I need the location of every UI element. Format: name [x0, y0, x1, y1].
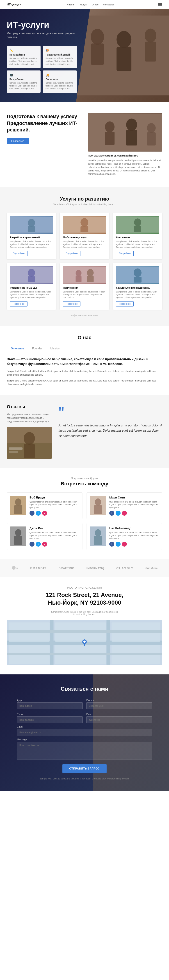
social-ig-2[interactable]: in: [122, 511, 127, 515]
svg-rect-66: [55, 645, 106, 653]
service-card-logistics[interactable]: 🚚 Логистика Sample text. Click to select…: [43, 70, 77, 93]
location-text: Sample text. Click to select the text bo…: [51, 611, 118, 616]
dev-card-6-image: [116, 266, 159, 284]
design-title: Графический дизайн: [46, 53, 74, 56]
svg-point-10: [126, 119, 137, 131]
team-card-4: Нат Рейнольдс Quis amet lorem erat biben…: [87, 523, 162, 550]
address-label: Адрес: [17, 699, 83, 702]
svg-rect-48: [14, 536, 22, 545]
dev-card-1-button[interactable]: Подробнее: [10, 251, 27, 256]
social-tw-3[interactable]: t: [36, 542, 41, 547]
dev-card-5-button[interactable]: Подробнее: [63, 301, 81, 307]
svg-point-44: [95, 498, 101, 506]
testimonials-left: Отзывы Мы предлагаем вам постоянные скид…: [7, 404, 52, 459]
nav-item-about[interactable]: О нас: [92, 3, 98, 6]
nav-item-services[interactable]: Услуги: [80, 3, 87, 6]
svg-rect-22: [134, 226, 141, 232]
about-button[interactable]: Подробнее: [7, 138, 28, 144]
service-card-design[interactable]: 🎨 Графический дизайн Sample text. Click …: [43, 46, 77, 68]
tab-founder[interactable]: Founder: [28, 345, 46, 352]
svg-rect-37: [24, 444, 35, 458]
dev-card-4: Расширение команды Sample text. Click to…: [7, 263, 56, 310]
svg-rect-64: [55, 622, 106, 630]
contact-section: Связаться с нами Адрес Имена Phone Date: [0, 675, 169, 791]
svg-rect-38: [9, 447, 22, 450]
logistics-text: Sample text. Click to select the text bo…: [46, 81, 74, 90]
social-fb-2[interactable]: f: [109, 511, 114, 515]
about-us-text2: Sample text. Click to select the text bo…: [7, 379, 162, 386]
about-us-section: О нас Описание Founder Mission Brave — э…: [0, 326, 169, 395]
svg-point-32: [134, 268, 142, 277]
contact-form: Адрес Имена Phone Date Email: [17, 699, 152, 773]
address-input[interactable]: [17, 702, 83, 709]
about-text: In mollis qua sed at semper risus is hen…: [88, 159, 162, 176]
service-card-dev[interactable]: 💻 Разработка Sample text. Click to selec…: [7, 70, 41, 93]
form-group-phone: Phone: [17, 713, 83, 723]
dev-card-3-text: Sample text. Click to select the text bo…: [116, 240, 159, 249]
svg-rect-4: [117, 47, 131, 71]
about-us-section-title: О нас: [7, 335, 162, 340]
svg-rect-67: [55, 655, 106, 664]
social-fb-3[interactable]: f: [30, 542, 35, 547]
phone-label: Phone: [17, 713, 83, 716]
date-input[interactable]: [86, 716, 152, 723]
svg-rect-16: [28, 226, 35, 232]
submit-button[interactable]: ОТПРАВИТЬ ЗАПРОС: [62, 764, 107, 773]
svg-rect-25: [28, 276, 35, 282]
service-card-copywriting[interactable]: ✏️ Копирайтинг Sample text. Click to sel…: [7, 46, 41, 68]
dev-card-1-text: Sample text. Click to select the text bo…: [10, 240, 53, 249]
hamburger-menu[interactable]: [158, 3, 162, 6]
social-ig-4[interactable]: in: [122, 542, 127, 547]
dev-card-4-button[interactable]: Подробнее: [10, 301, 27, 307]
name-input[interactable]: [86, 702, 152, 709]
team-card-3: Джон Рич Quis amet lorem erat bibent ali…: [7, 523, 82, 550]
svg-point-73: [84, 641, 85, 643]
svg-rect-6: [145, 41, 156, 61]
svg-rect-9: [105, 132, 115, 145]
message-textarea[interactable]: [17, 742, 152, 760]
team-social-4: f t in: [109, 542, 159, 547]
dev-card-3-button[interactable]: Подробнее: [116, 251, 134, 256]
team-avatar-1: [10, 496, 26, 515]
about-right: Программа с самым высоким рейтингом In m…: [88, 113, 162, 176]
dev-card-6: Круглосуточная поддержка Sample text. Cl…: [113, 263, 162, 310]
dev-card-2-button[interactable]: Подробнее: [63, 251, 81, 256]
about-title: Подготовка к вашему успеху Предоставлени…: [7, 113, 81, 133]
svg-point-5: [145, 29, 156, 42]
svg-point-52: [12, 566, 16, 570]
team-text-2: Quis amet lorem erat bibent aliquam sit …: [109, 501, 159, 509]
tab-description[interactable]: Описание: [7, 345, 28, 352]
social-fb-4[interactable]: f: [109, 542, 114, 547]
tab-mission[interactable]: Mission: [46, 345, 63, 352]
team-name-4: Нат Рейнольдс: [109, 527, 159, 530]
team-info-1: Боб Браун Quis amet lorem erat bibent al…: [30, 496, 79, 516]
team-avatar-3: [10, 527, 26, 546]
social-tw-1[interactable]: t: [36, 511, 41, 515]
social-ig-3[interactable]: in: [42, 542, 47, 547]
social-tw-2[interactable]: t: [115, 511, 120, 515]
dev-card-6-button[interactable]: Подробнее: [116, 301, 134, 307]
about-section: Подготовка к вашему успеху Предоставлени…: [0, 102, 169, 187]
form-group-address: Адрес: [17, 699, 83, 709]
nav-item-home[interactable]: Главная: [66, 3, 75, 6]
social-ig-1[interactable]: in: [42, 511, 47, 515]
dev-card-2-text: Sample text. Click to select the text bo…: [63, 240, 106, 249]
dev-cards-grid: Разработка приложений Sample text. Click…: [7, 213, 162, 310]
email-input[interactable]: [17, 729, 152, 736]
logo-6: Sunshine: [145, 567, 158, 570]
logos-section: B BRANDIT DRAFTING INFORMATIQ CLASSIC Su…: [0, 559, 169, 577]
svg-rect-2: [91, 43, 104, 65]
phone-input[interactable]: [17, 716, 83, 723]
testimonials-image: [7, 427, 52, 459]
dev-card-3-image: [116, 216, 159, 234]
social-fb-1[interactable]: f: [30, 511, 35, 515]
social-tw-4[interactable]: t: [115, 542, 120, 547]
message-label: Message: [17, 738, 152, 741]
svg-rect-13: [147, 132, 156, 145]
nav-item-contact[interactable]: Контакты: [103, 3, 114, 6]
svg-rect-42: [14, 505, 22, 514]
svg-point-36: [24, 432, 35, 445]
svg-text:B: B: [16, 567, 18, 569]
dev-card-2: Мобильные услуги Sample text. Click to s…: [60, 213, 109, 259]
about-image: [88, 113, 162, 151]
